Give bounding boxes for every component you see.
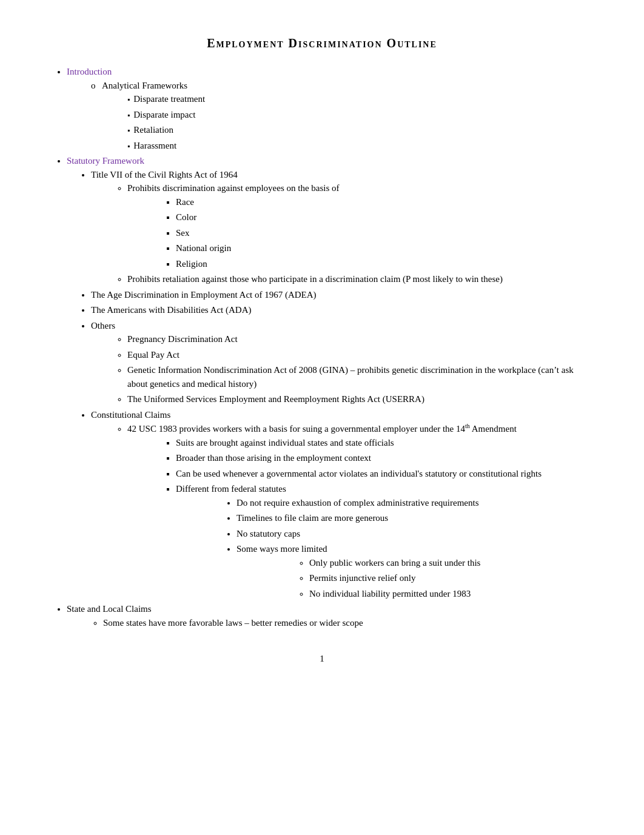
state-local-sub: Some states have more favorable laws – b… bbox=[103, 616, 595, 630]
state-local-item: State and Local Claims Some states have … bbox=[67, 602, 595, 629]
governmental-actor-item: Can be used whenever a governmental acto… bbox=[176, 467, 595, 481]
no-statutory-caps-item: No statutory caps bbox=[236, 527, 595, 541]
no-individual-liability-item: No individual liability permitted under … bbox=[309, 587, 595, 601]
broader-item: Broader than those arising in the employ… bbox=[176, 451, 595, 465]
others-item: Others Pregnancy Discrimination Act Equa… bbox=[91, 319, 595, 406]
no-exhaustion-item: Do not require exhaustion of complex adm… bbox=[236, 496, 595, 510]
timelines-item: Timelines to file claim are more generou… bbox=[236, 511, 595, 525]
race-item: Race bbox=[176, 195, 595, 209]
title-vii-item: Title VII of the Civil Rights Act of 196… bbox=[91, 168, 595, 286]
usc-1983-sub: Suits are brought against individual sta… bbox=[176, 436, 595, 601]
page-title: Employment Discrimination Outline bbox=[49, 36, 595, 50]
color-item: Color bbox=[176, 210, 595, 224]
title-vii-sub: Prohibits discrimination against employe… bbox=[127, 181, 595, 286]
usc-1983-item: 42 USC 1983 provides workers with a basi… bbox=[127, 421, 595, 600]
statutory-framework-link[interactable]: Statutory Framework bbox=[67, 156, 144, 166]
gina-item: Genetic Information Nondiscrimination Ac… bbox=[127, 363, 595, 391]
prohibits-discrimination-item: Prohibits discrimination against employe… bbox=[127, 181, 595, 270]
religion-item: Religion bbox=[176, 257, 595, 271]
retaliation-item: Retaliation bbox=[127, 123, 595, 137]
harassment-item: Harassment bbox=[127, 139, 595, 153]
some-ways-limited-item: Some ways more limited Only public worke… bbox=[236, 542, 595, 600]
outline-container: Introduction Analytical Frameworks Dispa… bbox=[55, 65, 595, 629]
disparate-treatment-item: Disparate treatment bbox=[127, 92, 595, 106]
others-sub: Pregnancy Discrimination Act Equal Pay A… bbox=[127, 332, 595, 406]
injunctive-relief-item: Permits injunctive relief only bbox=[309, 571, 595, 585]
intro-link[interactable]: Introduction bbox=[67, 67, 112, 76]
intro-item: Introduction Analytical Frameworks Dispa… bbox=[67, 65, 595, 152]
constitutional-sub: 42 USC 1983 provides workers with a basi… bbox=[127, 421, 595, 600]
constitutional-claims-item: Constitutional Claims 42 USC 1983 provid… bbox=[91, 408, 595, 601]
adea-item: The Age Discrimination in Employment Act… bbox=[91, 288, 595, 302]
intro-sub-list: Analytical Frameworks Disparate treatmen… bbox=[91, 79, 595, 153]
analytical-frameworks-sub: Disparate treatment Disparate impact Ret… bbox=[127, 92, 595, 152]
disparate-impact-item: Disparate impact bbox=[127, 108, 595, 122]
different-federal-sub: Do not require exhaustion of complex adm… bbox=[236, 496, 595, 601]
page-number: 1 bbox=[49, 654, 595, 664]
equal-pay-item: Equal Pay Act bbox=[127, 348, 595, 362]
different-federal-item: Different from federal statutes Do not r… bbox=[176, 482, 595, 600]
pregnancy-item: Pregnancy Discrimination Act bbox=[127, 332, 595, 346]
sex-item: Sex bbox=[176, 226, 595, 240]
ada-item: The Americans with Disabilities Act (ADA… bbox=[91, 303, 595, 317]
userra-item: The Uniformed Services Employment and Re… bbox=[127, 392, 595, 406]
discrimination-bases: Race Color Sex National origin Religion bbox=[176, 195, 595, 271]
statutory-framework-item: Statutory Framework Title VII of the Civ… bbox=[67, 154, 595, 600]
some-states-item: Some states have more favorable laws – b… bbox=[103, 616, 595, 630]
national-origin-item: National origin bbox=[176, 241, 595, 255]
prohibits-retaliation-item: Prohibits retaliation against those who … bbox=[127, 272, 595, 286]
top-level-list: Introduction Analytical Frameworks Dispa… bbox=[67, 65, 595, 629]
suits-states-item: Suits are brought against individual sta… bbox=[176, 436, 595, 450]
some-ways-limited-sub: Only public workers can bring a suit und… bbox=[309, 556, 595, 601]
only-public-workers-item: Only public workers can bring a suit und… bbox=[309, 556, 595, 570]
statutory-sub-list: Title VII of the Civil Rights Act of 196… bbox=[91, 168, 595, 601]
analytical-frameworks-item: Analytical Frameworks Disparate treatmen… bbox=[91, 79, 595, 153]
